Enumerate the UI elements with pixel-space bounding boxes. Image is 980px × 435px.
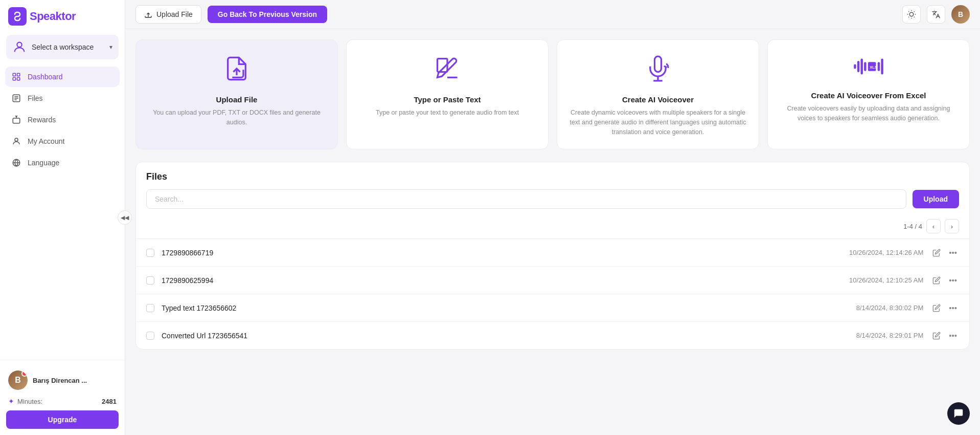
translate-icon xyxy=(931,10,941,19)
file-name-2: 1729890625994 xyxy=(162,276,842,285)
search-input[interactable] xyxy=(146,189,906,209)
upload-file-card[interactable]: Upload File You can upload your PDF, TXT… xyxy=(135,39,338,149)
svg-rect-32 xyxy=(881,59,883,75)
file-actions-4: ••• xyxy=(930,329,959,342)
sidebar-item-dashboard[interactable]: Dashboard xyxy=(5,67,120,87)
files-upload-button[interactable]: Upload xyxy=(913,190,959,208)
go-back-button[interactable]: Go Back To Previous Version xyxy=(208,6,327,23)
avatar: B xyxy=(8,371,28,390)
table-row: Converted Url 1723656541 8/14/2024, 8:29… xyxy=(136,321,969,349)
main-content: Upload File Go Back To Previous Version … xyxy=(125,0,980,435)
upload-file-card-desc: You can upload your PDF, TXT or DOCX fil… xyxy=(146,108,327,127)
pagination-next-button[interactable]: › xyxy=(945,219,959,233)
svg-line-20 xyxy=(908,17,909,17)
ai-voiceover-card-icon xyxy=(645,55,671,87)
svg-point-10 xyxy=(15,138,18,141)
file-date-3: 8/14/2024, 8:30:02 PM xyxy=(856,304,924,312)
file-checkbox-4[interactable] xyxy=(146,332,154,340)
type-paste-card-desc: Type or paste your text to generate audi… xyxy=(376,108,519,118)
file-name-4: Converted Url 1723656541 xyxy=(162,332,849,340)
svg-rect-1 xyxy=(13,73,15,76)
excel-voiceover-card-icon: XLS xyxy=(853,55,884,83)
sidebar-item-my-account-label: My Account xyxy=(28,137,64,145)
translate-button[interactable] xyxy=(927,5,945,24)
pagination-info: 1-4 / 4 xyxy=(903,223,922,230)
rewards-icon xyxy=(11,115,21,125)
files-toolbar: Upload xyxy=(136,189,969,216)
file-more-button-4[interactable]: ••• xyxy=(947,329,959,342)
page-content: Upload File You can upload your PDF, TXT… xyxy=(125,29,980,435)
feature-cards: Upload File You can upload your PDF, TXT… xyxy=(135,39,970,149)
file-date-4: 8/14/2024, 8:29:01 PM xyxy=(856,332,924,339)
topbar: Upload File Go Back To Previous Version … xyxy=(125,0,980,29)
sidebar-item-dashboard-label: Dashboard xyxy=(28,73,63,81)
collapse-sidebar-button[interactable]: ◀◀ xyxy=(118,210,132,225)
file-edit-button-1[interactable] xyxy=(930,247,943,259)
workspace-label: Select a workspace xyxy=(32,43,104,51)
pagination-prev-button[interactable]: ‹ xyxy=(926,219,941,233)
dashboard-icon xyxy=(11,72,21,82)
language-icon xyxy=(11,158,21,168)
file-checkbox-1[interactable] xyxy=(146,249,154,257)
minutes-icon: ✦ xyxy=(8,397,14,405)
file-edit-button-4[interactable] xyxy=(930,330,943,342)
files-pagination: 1-4 / 4 ‹ › xyxy=(136,216,969,238)
logo: Speaktor xyxy=(8,7,76,26)
svg-point-0 xyxy=(17,42,21,47)
file-actions-3: ••• xyxy=(930,301,959,314)
sidebar-item-language-label: Language xyxy=(28,159,59,167)
user-avatar-top[interactable]: B xyxy=(951,5,970,24)
ai-voiceover-card[interactable]: Create AI Voiceover Create dynamic voice… xyxy=(557,39,759,149)
logo-area: Speaktor xyxy=(0,0,125,33)
svg-text:XLS: XLS xyxy=(870,65,877,70)
table-row: 1729890625994 10/26/2024, 12:10:25 AM ••… xyxy=(136,266,969,294)
notification-badge xyxy=(21,371,28,377)
type-paste-card-title: Type or Paste Text xyxy=(414,95,481,104)
file-date-2: 10/26/2024, 12:10:25 AM xyxy=(849,276,923,284)
files-section: Files Upload 1-4 / 4 ‹ › 1729890866719 1… xyxy=(135,162,970,350)
upload-file-card-icon xyxy=(223,55,250,87)
upload-file-button[interactable]: Upload File xyxy=(135,5,201,24)
sidebar-item-rewards-label: Rewards xyxy=(28,116,56,124)
logo-text: Speaktor xyxy=(30,10,76,23)
sidebar-item-files[interactable]: Files xyxy=(5,88,120,108)
sidebar-bottom: B Barış Direncan ... ✦ Minutes: 2481 Upg… xyxy=(0,360,125,435)
sidebar: Speaktor Select a workspace ▾ Dashboard xyxy=(0,0,125,435)
type-paste-card[interactable]: Type or Paste Text Type or paste your te… xyxy=(346,39,549,149)
svg-rect-4 xyxy=(17,78,20,80)
file-edit-button-3[interactable] xyxy=(930,302,943,314)
file-checkbox-3[interactable] xyxy=(146,304,154,312)
svg-rect-28 xyxy=(864,62,866,71)
sun-icon xyxy=(907,10,916,19)
file-actions-1: ••• xyxy=(930,246,959,259)
svg-point-13 xyxy=(909,12,914,16)
chat-icon xyxy=(953,408,964,419)
brightness-button[interactable] xyxy=(902,5,921,24)
file-actions-2: ••• xyxy=(930,274,959,287)
minutes-value: 2481 xyxy=(102,398,117,405)
sidebar-item-my-account[interactable]: My Account xyxy=(5,131,120,151)
files-header: Files xyxy=(136,162,969,189)
workspace-selector[interactable]: Select a workspace ▾ xyxy=(6,35,119,59)
file-checkbox-2[interactable] xyxy=(146,276,154,285)
file-edit-button-2[interactable] xyxy=(930,274,943,287)
svg-rect-27 xyxy=(861,59,863,75)
chat-bubble-button[interactable] xyxy=(947,402,970,425)
file-more-button-3[interactable]: ••• xyxy=(947,301,959,314)
sidebar-item-language[interactable]: Language xyxy=(5,153,120,173)
file-more-button-1[interactable]: ••• xyxy=(947,246,959,259)
workspace-icon xyxy=(12,40,27,54)
account-icon xyxy=(11,136,21,146)
logo-icon xyxy=(8,7,27,26)
sidebar-item-rewards[interactable]: Rewards xyxy=(5,110,120,130)
file-date-1: 10/26/2024, 12:14:26 AM xyxy=(849,249,923,256)
table-row: 1729890866719 10/26/2024, 12:14:26 AM ••… xyxy=(136,238,969,266)
sidebar-nav: Dashboard Files Rewards xyxy=(0,63,125,360)
excel-voiceover-card[interactable]: XLS Create AI Voiceover From Excel Creat… xyxy=(767,39,970,149)
file-more-button-2[interactable]: ••• xyxy=(947,274,959,287)
upgrade-button[interactable]: Upgrade xyxy=(6,410,119,429)
upload-file-card-title: Upload File xyxy=(216,95,258,104)
files-icon xyxy=(11,93,21,103)
excel-voiceover-card-desc: Create voiceovers easily by uploading da… xyxy=(778,104,959,123)
table-row: Typed text 1723656602 8/14/2024, 8:30:02… xyxy=(136,294,969,321)
